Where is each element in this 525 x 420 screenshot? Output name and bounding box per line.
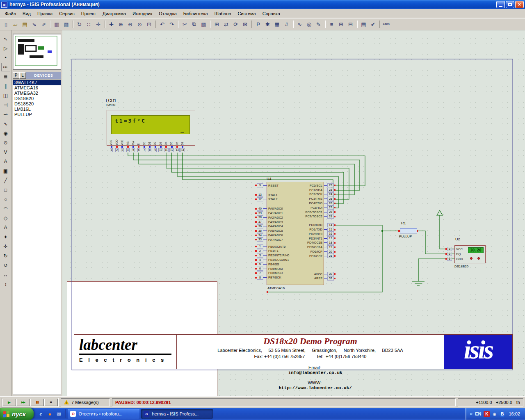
subcircuit-icon[interactable]: ◫	[1, 91, 10, 100]
menu-item[interactable]: Справка	[259, 10, 283, 17]
device-list-item[interactable]: DS18B20	[13, 96, 61, 101]
device-list-item[interactable]: ATMEGA16	[13, 85, 61, 91]
new-sheet-icon[interactable]: ⊞	[336, 20, 346, 29]
bill-of-materials-icon[interactable]: ▤	[359, 20, 368, 29]
current-probe-icon[interactable]: A	[1, 157, 10, 166]
device-list-item[interactable]: ATMEGA32	[13, 91, 61, 96]
device-list-item[interactable]: 3WATT4K7	[13, 80, 61, 85]
ie-icon[interactable]: e	[37, 410, 44, 418]
text-script-icon[interactable]: ≣	[1, 72, 10, 81]
menu-item[interactable]: Система	[234, 10, 259, 17]
stop-button[interactable]: ■	[44, 399, 58, 406]
close-button[interactable]: ×	[515, 1, 524, 8]
resistor-component[interactable]	[400, 228, 417, 233]
menu-item[interactable]: Шаблон	[211, 10, 235, 17]
packaging-tool-icon[interactable]: ▦	[272, 20, 282, 29]
electrical-check-icon[interactable]: ✔	[368, 20, 378, 29]
wire-label-icon[interactable]: LBL	[1, 63, 10, 71]
language-indicator[interactable]: EN	[475, 411, 481, 416]
2d-circle-icon[interactable]: ○	[1, 195, 10, 203]
pick-parts-button[interactable]: P	[13, 72, 19, 79]
rotate-cw-icon[interactable]: ↻	[1, 251, 10, 260]
generator-icon[interactable]: ⊙	[1, 138, 10, 147]
2d-path-icon[interactable]: ◇	[1, 214, 10, 222]
tape-recorder-icon[interactable]: ◉	[1, 129, 10, 137]
selection-pointer-icon[interactable]: ↖	[1, 34, 10, 43]
block-delete-icon[interactable]: ⊠	[240, 20, 250, 29]
mark-output-area-icon[interactable]: ▧	[62, 20, 71, 29]
redo-icon[interactable]: ↷	[167, 20, 176, 29]
block-move-icon[interactable]: ⇄	[221, 20, 231, 29]
menu-item[interactable]: Вид	[19, 10, 34, 17]
messages-panel[interactable]: ! 7 Message(s)	[61, 398, 110, 406]
remove-sheet-icon[interactable]: ⊟	[346, 20, 355, 29]
bus-icon[interactable]: ∥	[1, 82, 10, 90]
print-icon[interactable]: ▥	[52, 20, 62, 29]
block-copy-icon[interactable]: ⊞	[212, 20, 221, 29]
hidden-icons-button[interactable]: «	[470, 411, 473, 417]
paste-icon[interactable]: ▨	[199, 20, 208, 29]
mail-icon[interactable]: ✉	[55, 410, 62, 418]
2d-text-icon[interactable]: A	[1, 223, 10, 232]
play-button[interactable]: ▶	[2, 399, 16, 406]
menu-item[interactable]: Исходник	[129, 10, 155, 17]
netlist-to-ares-icon[interactable]: ARES	[381, 20, 391, 29]
pan-icon[interactable]: ✚	[107, 20, 116, 29]
virtual-instruments-icon[interactable]: ▣	[1, 167, 10, 175]
design-explorer-icon[interactable]: ≡	[327, 20, 336, 29]
zoom-out-icon[interactable]: ⊖	[126, 20, 135, 29]
task-button-browser[interactable]: O Ответить • roboforu...	[68, 409, 139, 419]
component-icon[interactable]: ▷	[1, 44, 10, 52]
maximize-button[interactable]	[506, 1, 514, 8]
undo-icon[interactable]: ↶	[158, 20, 167, 29]
wire-autorouter-icon[interactable]: ∿	[295, 20, 304, 29]
new-file-icon[interactable]: ▯	[1, 20, 11, 29]
device-list-item[interactable]: DS18S20	[13, 101, 61, 107]
antivirus-icon[interactable]: K	[484, 411, 490, 417]
2d-marker-icon[interactable]: ✛	[1, 242, 10, 251]
mirror-vertical-icon[interactable]: ↕	[1, 280, 10, 288]
menu-item[interactable]: Диаграмма	[99, 10, 129, 17]
graph-icon[interactable]: ∿	[1, 119, 10, 128]
property-assignment-icon[interactable]: ✎	[314, 20, 323, 29]
firefox-icon[interactable]: ●	[46, 410, 53, 418]
device-pin-icon[interactable]: ⊸	[1, 110, 10, 119]
import-section-icon[interactable]: ⇘	[30, 20, 39, 29]
voltage-probe-icon[interactable]: V	[1, 148, 10, 156]
menu-item[interactable]: Сервис	[56, 10, 78, 17]
pause-button[interactable]: ▮▮	[30, 399, 44, 406]
zoom-in-icon[interactable]: ⊕	[116, 20, 126, 29]
block-rotate-icon[interactable]: ⟳	[231, 20, 240, 29]
zoom-area-icon[interactable]: ⊡	[144, 20, 154, 29]
decompose-icon[interactable]: #	[282, 20, 291, 29]
device-list-item[interactable]: PULLUP	[13, 112, 61, 117]
pick-device-icon[interactable]: P	[253, 20, 263, 29]
step-button[interactable]: ▶▶	[16, 399, 30, 406]
bluetooth-icon[interactable]: B	[499, 411, 505, 417]
terminal-icon[interactable]: ⊣	[1, 100, 10, 109]
mirror-horizontal-icon[interactable]: ↔	[1, 270, 10, 279]
toggle-grid-icon[interactable]: ∷	[84, 20, 94, 29]
menu-item[interactable]: Проект	[78, 10, 99, 17]
menu-item[interactable]: Библиотека	[180, 10, 211, 17]
2d-arc-icon[interactable]: ◠	[1, 204, 10, 213]
make-device-icon[interactable]: ✱	[263, 20, 272, 29]
library-button[interactable]: L	[19, 72, 26, 79]
cut-icon[interactable]: ✂	[180, 20, 189, 29]
menu-item[interactable]: Файл	[2, 10, 19, 17]
search-tag-icon[interactable]: ◎	[304, 20, 314, 29]
2d-line-icon[interactable]: ╱	[1, 176, 10, 185]
overview-window[interactable]	[13, 34, 61, 70]
status-icon[interactable]: ◉	[491, 411, 498, 417]
copy-icon[interactable]: ⧉	[189, 20, 199, 29]
2d-box-icon[interactable]: □	[1, 185, 10, 194]
task-button-isis[interactable]: is hernya - ISIS Profess...	[141, 409, 213, 419]
menu-item[interactable]: Отладка	[155, 10, 180, 17]
export-section-icon[interactable]: ⇗	[39, 20, 48, 29]
minimize-button[interactable]	[496, 1, 505, 8]
redraw-icon[interactable]: ↻	[75, 20, 84, 29]
2d-symbol-icon[interactable]: ✦	[1, 233, 10, 241]
open-file-icon[interactable]: ▱	[11, 20, 20, 29]
zoom-all-icon[interactable]: ⊙	[135, 20, 144, 29]
origin-icon[interactable]: ✛	[94, 20, 103, 29]
